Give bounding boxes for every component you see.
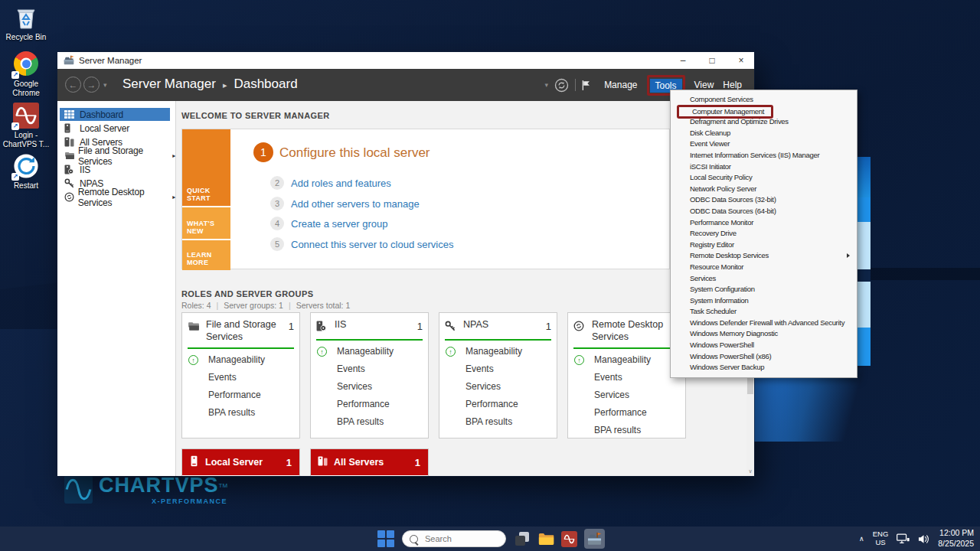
menu-item-odbc-64[interactable]: ODBC Data Sources (64-bit) [671,206,857,217]
expand-arrow-icon[interactable]: ▸ [172,194,175,201]
desktop-icon-google-chrome[interactable]: ↗ Google Chrome [2,51,51,98]
menu-item-task-scheduler[interactable]: Task Scheduler [671,306,857,318]
nav-history-caret-icon[interactable]: ▾ [103,81,107,89]
maximize-button[interactable]: □ [707,55,717,66]
manage-flag-icon[interactable] [582,80,590,91]
create-server-group-link[interactable]: Create a server group [291,218,387,230]
menubar-help[interactable]: Help [723,80,742,90]
menu-item-powershell[interactable]: Windows PowerShell [671,340,857,351]
menu-item-component-services[interactable]: Component Services [671,94,857,106]
quick-start-tab[interactable]: QUICK START [182,129,230,206]
menu-item-disk-cleanup[interactable]: Disk Cleanup [671,128,857,139]
role-card-remote-desktop-services: Remote Desktop Services ↑Manageability E… [567,312,686,439]
menubar-view[interactable]: View [694,80,714,90]
menu-item-iis-manager[interactable]: Internet Information Services (IIS) Mana… [671,150,857,161]
card-row-manageability[interactable]: ↑Manageability [311,344,428,358]
menu-item-system-information[interactable]: System Information [671,295,857,307]
card-row-events[interactable]: Events [182,370,299,384]
menu-item-remote-desktop-services[interactable]: Remote Desktop Services [671,250,857,262]
menu-item-resource-monitor[interactable]: Resource Monitor [671,262,857,273]
menu-item-odbc-32[interactable]: ODBC Data Sources (32-bit) [671,194,857,206]
volume-icon[interactable] [918,534,929,544]
menu-item-computer-management[interactable]: Computer Management [671,106,857,117]
add-roles-features-link[interactable]: Add roles and features [291,178,391,189]
back-button[interactable]: ← [65,77,81,93]
card-title[interactable]: IIS [335,319,407,334]
menu-item-system-configuration[interactable]: System Configuration [671,284,857,295]
window-titlebar[interactable]: Server Manager – □ × [57,52,754,69]
card-row-bpa-results[interactable]: BPA results [568,422,685,437]
file-explorer-button[interactable] [538,532,554,546]
menu-item-memory-diagnostic[interactable]: Windows Memory Diagnostic [671,328,857,340]
search-input[interactable] [423,533,495,544]
card-row-services[interactable]: Services [439,379,557,393]
card-row-events[interactable]: Events [311,361,428,376]
card-row-services[interactable]: Services [568,387,685,402]
dashboard-grid-icon [64,110,80,119]
configure-local-server-link[interactable]: Configure this local server [279,145,430,161]
card-title[interactable]: Remote Desktop Services [592,319,665,343]
card-row-bpa-results[interactable]: BPA results [311,414,428,429]
menu-item-recovery-drive[interactable]: Recovery Drive [671,228,857,240]
close-button[interactable]: × [736,55,746,66]
desktop-icon-recycle-bin[interactable]: Recycle Bin [2,5,51,42]
refresh-icon[interactable] [554,78,569,93]
menu-item-services[interactable]: Services [671,273,857,285]
menu-item-powershell-x86[interactable]: Windows PowerShell (x86) [671,351,857,363]
server-manager-app-icon [64,55,74,66]
card-row-bpa-results[interactable]: BPA results [182,405,299,419]
card-row-performance[interactable]: Performance [439,396,557,411]
task-view-button[interactable] [513,530,531,548]
menu-item-defender-firewall[interactable]: Windows Defender Firewall with Advanced … [671,318,857,329]
card-row-bpa-results[interactable]: BPA results [439,414,557,429]
menu-item-registry-editor[interactable]: Registry Editor [671,240,857,251]
menu-item-event-viewer[interactable]: Event Viewer [671,139,857,150]
menu-item-local-security-policy[interactable]: Local Security Policy [671,172,857,184]
server-manager-taskbar-button[interactable] [584,529,605,549]
language-indicator[interactable]: ENGUS [873,530,889,547]
card-row-performance[interactable]: Performance [568,405,685,419]
tray-chevron-icon[interactable]: ∧ [859,535,864,543]
iis-server-icon [64,165,80,174]
taskbar-search[interactable] [402,530,506,547]
menu-item-iscsi-initiator[interactable]: iSCSI Initiator [671,161,857,173]
card-row-manageability[interactable]: ↑Manageability [182,352,299,367]
card-row-performance[interactable]: Performance [311,396,428,411]
desktop-icon-restart[interactable]: ↗ Restart [2,153,51,191]
card-row-services[interactable]: Services [311,379,428,393]
sidebar-item-remote-desktop-services[interactable]: Remote Desktop Services ▸ [57,191,175,204]
menu-item-server-backup[interactable]: Windows Server Backup [671,362,857,373]
card-row-events[interactable]: Events [439,361,557,376]
learn-more-tab[interactable]: LEARN MORE [182,240,230,270]
minimize-button[interactable]: – [678,55,688,66]
expand-arrow-icon[interactable]: ▸ [172,152,175,159]
notifications-caret-icon[interactable]: ▾ [545,81,549,89]
network-icon[interactable] [897,533,910,544]
scroll-down-icon[interactable]: ∨ [746,468,754,474]
manageability-up-icon: ↑ [574,355,584,365]
status-tile-all-servers[interactable]: All Servers 1 ↑ [310,448,429,476]
connect-cloud-services-link[interactable]: Connect this server to cloud services [291,239,453,250]
menubar-manage[interactable]: Manage [604,80,637,90]
forward-button[interactable]: → [83,77,100,93]
card-row-manageability[interactable]: ↑Manageability [568,352,685,367]
desktop-icon-login-chartvps[interactable]: ↗ Login - ChartVPS T... [2,103,51,149]
sidebar-item-local-server[interactable]: Local Server [57,122,175,135]
chartvps-app-button[interactable] [561,531,577,547]
card-row-events[interactable]: Events [568,370,685,384]
whats-new-tab[interactable]: WHAT'S NEW [182,207,230,239]
start-button[interactable] [377,530,395,548]
menu-item-performance-monitor[interactable]: Performance Monitor [671,217,857,229]
status-tile-local-server[interactable]: Local Server 1 ↑ [181,448,300,476]
clock[interactable]: 12:00 PM 8/25/2025 [938,528,974,549]
add-servers-link[interactable]: Add other servers to manage [291,198,420,210]
menu-item-network-policy-server[interactable]: Network Policy Server [671,184,857,195]
card-title[interactable]: NPAS [463,319,536,334]
shortcut-arrow-icon: ↗ [11,122,19,130]
sidebar-item-file-storage-services[interactable]: File and Storage Services ▸ [57,149,175,162]
card-title[interactable]: File and Storage Services [206,319,279,343]
breadcrumb-root[interactable]: Server Manager [122,77,216,92]
sidebar-item-dashboard[interactable]: Dashboard [60,108,170,121]
card-row-manageability[interactable]: ↑Manageability [439,344,557,358]
card-row-performance[interactable]: Performance [182,387,299,402]
